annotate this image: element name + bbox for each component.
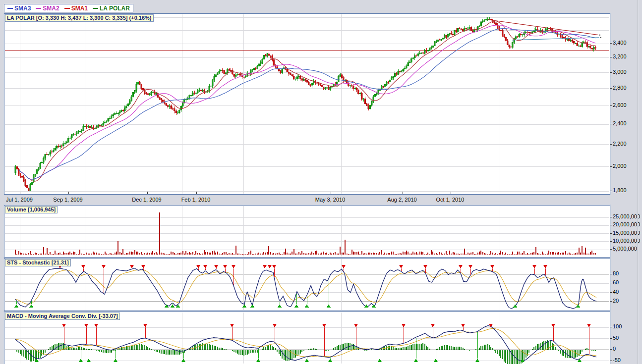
legend-item-sma3[interactable]: SMA3: [7, 5, 31, 12]
y-axis-tick-label: 10,000,000: [613, 238, 640, 244]
legend-line-swatch: [93, 8, 98, 9]
stochastic-info-label: STS - Stochastic [21.31]: [5, 259, 71, 266]
y-axis-tick-label: 3,200: [613, 53, 627, 59]
volume-panel[interactable]: [4, 205, 610, 258]
date-tick-label: Jul 1, 2009: [0, 197, 39, 203]
date-tick-label: May 3, 2010: [310, 197, 350, 203]
y-axis-tick-label: 2,400: [613, 120, 627, 126]
date-tick-label: Sep 1, 2009: [48, 197, 88, 203]
stock-chart-screen: SMA3SMA2SMA1LA POLAR LA POLAR [O: 3,330 …: [0, 0, 642, 364]
legend-item-label: LA POLAR: [100, 5, 130, 12]
legend-item-label: SMA3: [14, 5, 31, 12]
legend-line-swatch: [36, 8, 41, 9]
y-axis-tick-label: 3,000: [613, 69, 627, 75]
date-tick-label: Aug 2, 2010: [382, 197, 422, 203]
y-axis-tick-label: 2,000: [613, 163, 627, 169]
legend-item-label: SMA2: [43, 5, 59, 12]
y-axis-tick-label: 1,800: [613, 187, 627, 193]
y-axis-tick-label: 0: [613, 346, 616, 352]
y-axis-tick-label: 20,000,000: [613, 221, 640, 227]
stochastic-panel[interactable]: [4, 258, 610, 311]
y-axis-tick-label: 5,000,000: [613, 246, 637, 252]
y-axis-tick-label: 100: [613, 323, 622, 329]
y-axis-tick-label: 20: [613, 298, 619, 304]
legend-item-sma1[interactable]: SMA1: [64, 5, 88, 12]
y-axis-tick-label: 15,000,000: [613, 230, 640, 236]
y-axis-tick-label: 80: [613, 270, 619, 276]
y-axis-tick-label: 2,200: [613, 141, 627, 147]
legend-item-sma2[interactable]: SMA2: [36, 5, 59, 12]
y-axis-tick-label: 2,600: [613, 102, 627, 108]
indicator-legend: SMA3SMA2SMA1LA POLAR: [4, 4, 133, 12]
macd-info-label: MACD - Moving Average Conv. Div. [-33.07…: [5, 312, 120, 320]
price-info-label: LA POLAR [O: 3,330 H: 3,437 L: 3,300 C: …: [5, 14, 154, 22]
date-tick-label: Oct 1, 2010: [430, 197, 470, 203]
legend-line-swatch: [7, 8, 13, 9]
y-axis-tick-label: 60: [613, 279, 619, 285]
y-axis-tick-label: 25,000,000: [613, 213, 640, 219]
y-axis-tick-label: 40: [613, 289, 619, 295]
window-edge: [638, 0, 638, 364]
legend-line-swatch: [64, 8, 70, 9]
y-axis-tick-label: 2,800: [613, 85, 627, 91]
volume-info-label: Volume [1,006,945]: [5, 206, 58, 213]
date-tick-label: Feb 1, 2010: [176, 197, 216, 203]
y-axis-tick-label: 50: [613, 335, 619, 341]
legend-item-la-polar[interactable]: LA POLAR: [93, 5, 130, 12]
y-axis-tick-label: 3,400: [613, 40, 627, 46]
date-tick-label: Dec 1, 2009: [127, 197, 167, 203]
y-axis-tick-label: -50: [613, 357, 621, 363]
price-chart-panel[interactable]: [4, 13, 610, 195]
legend-item-label: SMA1: [71, 5, 88, 12]
